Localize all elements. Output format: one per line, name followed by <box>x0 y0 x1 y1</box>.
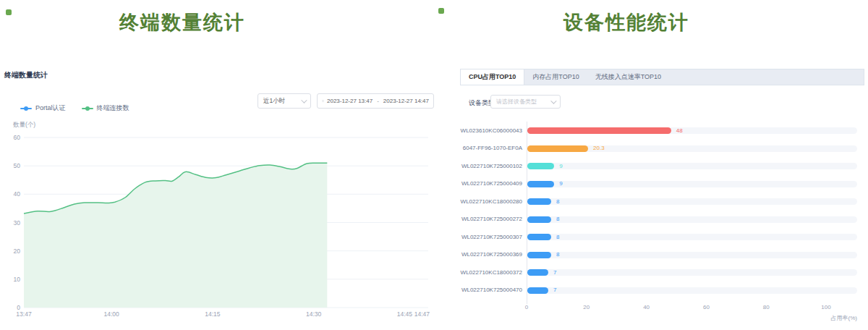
legend-item-1[interactable]: Portal认证 <box>20 103 66 113</box>
bar-row: WL022710K7250003078 <box>463 234 865 241</box>
terminal-card-title: 终端数量统计 <box>4 70 48 80</box>
svg-text:20: 20 <box>14 248 21 255</box>
legend: Portal认证终端连接数 <box>20 103 129 113</box>
bar-value-label: 7 <box>553 269 556 276</box>
bar <box>527 181 554 187</box>
tab-3[interactable]: 无线接入点速率TOP10 <box>587 69 669 85</box>
bar-category-label: 6047-FF96-1070-EF0A <box>441 145 522 152</box>
device-type-placeholder: 请选择设备类型 <box>496 98 537 106</box>
bar-track <box>527 198 857 205</box>
date-range-end: 2023-12-27 14:47 <box>383 98 429 104</box>
legend-item-2[interactable]: 终端连接数 <box>82 103 129 113</box>
right-corner-marker-icon <box>438 8 444 14</box>
bar-value-label: 9 <box>559 163 562 170</box>
bar-row: WL022710K7250004707 <box>463 287 865 294</box>
bar-row: WL023610KC0600004348 <box>463 127 865 135</box>
bar-row: WL022710K7250002728 <box>463 216 865 223</box>
bar-category-label: WL022710K725000102 <box>441 163 522 170</box>
bar-row: 6047-FF96-1070-EF0A20.3 <box>463 145 865 152</box>
bar <box>527 269 548 276</box>
bar <box>527 287 548 294</box>
bar-chart-x-tick: 100 <box>815 304 837 310</box>
bar-category-label: WL023610KC06000043 <box>441 127 522 135</box>
bar-category-label: WL022710K725000369 <box>441 251 522 258</box>
bar <box>527 127 671 134</box>
svg-text:10: 10 <box>14 276 21 283</box>
dashboard-root: 终端数量统计 设备性能统计 终端数量统计 近1小时 2023-12-27 13:… <box>0 0 868 330</box>
bar-chart-x-tick: 60 <box>695 304 717 310</box>
bar-category-label: WL022710K725000470 <box>441 287 522 294</box>
legend-marker-icon <box>82 108 93 109</box>
bar-track <box>527 216 857 223</box>
bar-category-label: WL022710K725000272 <box>441 216 522 223</box>
device-type-select[interactable]: 请选择设备类型 <box>490 95 561 109</box>
bar-value-label: 8 <box>556 234 559 241</box>
bar <box>527 252 551 258</box>
bar-track <box>527 287 857 294</box>
bar <box>527 216 551 223</box>
bar-value-label: 48 <box>676 127 683 135</box>
terminal-line-chart: 010203040506013:4714:0014:1514:3014:4514… <box>0 130 441 326</box>
svg-text:14:45: 14:45 <box>397 310 413 318</box>
date-range-separator: - <box>375 98 380 104</box>
date-range-picker[interactable]: 2023-12-27 13:47 - 2023-12-27 14:47 <box>317 93 434 109</box>
cpu-top10-bar-chart: WL023610KC06000043486047-FF96-1070-EF0A2… <box>463 122 865 328</box>
svg-text:50: 50 <box>14 162 21 169</box>
bar-value-label: 8 <box>556 216 559 223</box>
tab-1[interactable]: CPU占用TOP10 <box>461 69 524 85</box>
bar-value-label: 20.3 <box>593 145 605 152</box>
svg-text:14:47: 14:47 <box>414 310 430 318</box>
bar-category-label: WL022710KC18000372 <box>441 269 522 276</box>
bar-category-label: WL022710KC18000280 <box>441 198 522 206</box>
bar-row: WL022710K7250004099 <box>463 180 865 187</box>
bar <box>527 145 588 152</box>
legend-label: Portal认证 <box>35 103 66 113</box>
svg-text:14:00: 14:00 <box>103 310 119 318</box>
bar-chart-x-tick: 40 <box>636 304 658 310</box>
svg-text:30: 30 <box>14 219 21 227</box>
bar-row: WL022710K7250003698 <box>463 251 865 258</box>
clock-icon <box>322 98 324 104</box>
svg-text:13:47: 13:47 <box>16 310 32 318</box>
bar-chart-x-tick: 20 <box>576 304 597 310</box>
bar-chart-x-axis-label: 占用率(%) <box>799 314 857 322</box>
svg-text:14:30: 14:30 <box>306 310 322 318</box>
bar-row: WL022710KC180002808 <box>463 198 865 206</box>
svg-text:60: 60 <box>14 134 21 141</box>
time-range-value: 近1小时 <box>263 97 285 106</box>
bar-row: WL022710K7250001029 <box>463 163 865 170</box>
chevron-down-icon <box>550 98 556 103</box>
performance-tabs: CPU占用TOP10内存占用TOP10无线接入点速率TOP10 <box>460 69 864 85</box>
bar-category-label: WL022710K725000307 <box>441 234 522 241</box>
svg-text:14:15: 14:15 <box>205 310 221 318</box>
bar-value-label: 9 <box>559 180 562 187</box>
bar <box>527 198 551 205</box>
svg-text:40: 40 <box>14 190 21 198</box>
date-range-start: 2023-12-27 13:47 <box>327 98 373 104</box>
tab-2[interactable]: 内存占用TOP10 <box>524 69 587 85</box>
time-range-select[interactable]: 近1小时 <box>258 93 311 109</box>
bar-track <box>527 234 857 240</box>
legend-marker-icon <box>20 108 32 109</box>
bar-value-label: 8 <box>556 198 559 206</box>
left-section-title: 终端数量统计 <box>0 9 365 35</box>
chevron-down-icon <box>301 97 307 103</box>
bar-chart-x-tick: 80 <box>755 304 777 310</box>
bar-track <box>527 163 857 169</box>
bar-category-label: WL022710K725000409 <box>441 180 522 187</box>
bar <box>527 163 554 169</box>
bar-value-label: 7 <box>553 287 556 294</box>
right-section-title: 设备性能统计 <box>444 9 809 35</box>
y-axis-title: 数量(个) <box>13 121 35 130</box>
bar <box>527 234 551 240</box>
bar-value-label: 8 <box>556 251 559 258</box>
bar-track <box>527 252 857 258</box>
bar-track <box>527 181 857 187</box>
legend-label: 终端连接数 <box>97 103 129 113</box>
bar-track <box>527 269 857 276</box>
bar-row: WL022710KC180003727 <box>463 269 865 276</box>
bar-chart-x-tick: 0 <box>516 304 537 310</box>
